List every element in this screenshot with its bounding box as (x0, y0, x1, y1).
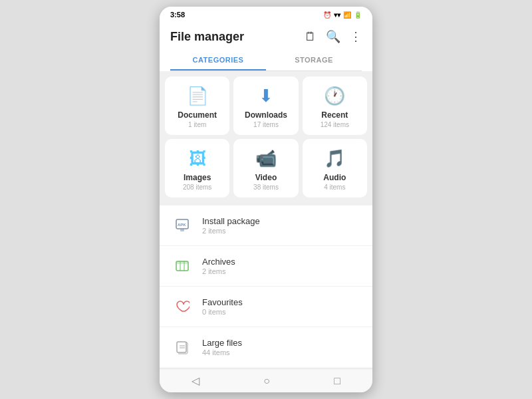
downloads-count: 17 items (253, 121, 279, 128)
category-recent[interactable]: 🕐 Recent 124 items (303, 76, 367, 135)
signal-icon: 📶 (343, 11, 351, 19)
video-count: 38 items (253, 184, 279, 191)
tab-storage[interactable]: STORAGE (266, 51, 362, 70)
main-content: 📄 Document 1 item ⬇ Downloads 17 items 🕐… (160, 71, 372, 368)
home-button[interactable]: ○ (263, 375, 270, 387)
page-title: File manager (170, 30, 244, 44)
downloads-label: Downloads (245, 110, 287, 120)
tab-bar: CATEGORIES STORAGE (170, 51, 362, 71)
tab-categories[interactable]: CATEGORIES (170, 51, 266, 70)
video-icon: 📹 (255, 148, 277, 169)
category-video[interactable]: 📹 Video 38 items (233, 139, 298, 198)
category-downloads[interactable]: ⬇ Downloads 17 items (233, 76, 298, 135)
status-icons: ⏰ ▾▾ 📶 🔋 (323, 11, 362, 19)
back-button[interactable]: ◁ (192, 374, 200, 387)
large-files-count: 44 items (202, 348, 242, 356)
document-count: 1 item (188, 121, 206, 128)
list-section: APK Install package 2 items Archives 2 i… (160, 205, 372, 368)
list-item-archives[interactable]: Archives 2 items (160, 246, 372, 287)
status-time: 3:58 (170, 11, 185, 19)
list-item-install[interactable]: APK Install package 2 items (160, 205, 372, 246)
search-icon[interactable]: 🔍 (326, 29, 340, 44)
downloads-icon: ⬇ (259, 86, 273, 106)
video-label: Video (255, 173, 277, 182)
svg-text:APK: APK (178, 223, 186, 227)
svg-rect-2 (180, 229, 184, 231)
alarm-icon: ⏰ (323, 11, 331, 19)
phone-frame: 3:58 ⏰ ▾▾ 📶 🔋 File manager 🗒 🔍 ⋮ CATEGOR… (160, 7, 372, 392)
install-icon: APK (170, 213, 194, 237)
document-icon: 📄 (187, 86, 208, 106)
audio-label: Audio (323, 173, 346, 182)
list-item-favourites[interactable]: Favourites 0 items (160, 287, 372, 327)
large-files-name: Large files (202, 338, 242, 348)
category-audio[interactable]: 🎵 Audio 4 items (303, 139, 367, 198)
recent-icon: 🕐 (324, 86, 345, 106)
large-files-icon (170, 335, 194, 359)
audio-count: 4 items (324, 184, 345, 191)
nav-bar: ◁ ○ □ (160, 368, 372, 392)
wifi-icon: ▾▾ (334, 11, 340, 19)
category-images[interactable]: 🖼 Images 208 items (165, 139, 229, 198)
favourites-name: Favourites (202, 297, 243, 307)
app-header: File manager 🗒 🔍 ⋮ CATEGORIES STORAGE (160, 23, 372, 71)
header-actions: 🗒 🔍 ⋮ (305, 29, 362, 44)
document-label: Document (178, 110, 217, 120)
category-grid: 📄 Document 1 item ⬇ Downloads 17 items 🕐… (160, 71, 372, 203)
install-count: 2 items (202, 227, 260, 235)
list-item-large[interactable]: Large files 44 items (160, 327, 372, 368)
file-new-icon[interactable]: 🗒 (305, 30, 317, 44)
archives-icon (170, 254, 194, 278)
recent-apps-button[interactable]: □ (334, 375, 340, 387)
install-name: Install package (202, 216, 260, 226)
status-bar: 3:58 ⏰ ▾▾ 📶 🔋 (160, 7, 372, 23)
recent-label: Recent (321, 110, 348, 120)
favourites-icon (170, 295, 194, 319)
svg-rect-4 (176, 261, 188, 264)
favourites-count: 0 items (202, 308, 243, 316)
svg-rect-7 (177, 342, 186, 352)
more-icon[interactable]: ⋮ (350, 29, 362, 44)
battery-icon: 🔋 (354, 11, 362, 19)
archives-name: Archives (202, 257, 235, 267)
images-label: Images (184, 173, 211, 182)
recent-count: 124 items (321, 121, 349, 128)
images-icon: 🖼 (189, 148, 206, 169)
category-document[interactable]: 📄 Document 1 item (165, 76, 229, 135)
audio-icon: 🎵 (324, 148, 345, 169)
archives-count: 2 items (202, 267, 235, 275)
images-count: 208 items (183, 184, 211, 191)
